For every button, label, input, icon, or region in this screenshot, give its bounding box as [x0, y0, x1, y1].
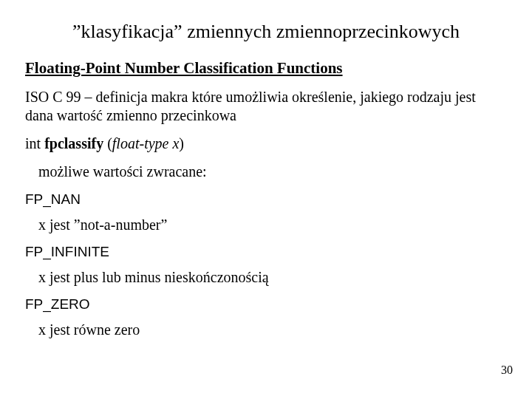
function-signature: int fpclassify (float-type x)	[25, 135, 507, 152]
returns-label: możliwe wartości zwracane:	[38, 163, 507, 181]
paren-open: (	[103, 135, 112, 151]
function-arg: float-type x	[112, 135, 180, 151]
section-subheading: Floating-Point Number Classification Fun…	[25, 59, 507, 78]
page-number: 30	[501, 364, 513, 377]
slide-title: ”klasyfikacja” zmiennych zmiennoprzecink…	[25, 21, 507, 43]
constant-fp-infinite-desc: x jest plus lub minus nieskończonością	[38, 269, 507, 286]
function-name: fpclassify	[44, 135, 103, 151]
constant-fp-infinite: FP_INFINITE	[25, 244, 507, 260]
constant-fp-zero: FP_ZERO	[25, 296, 507, 313]
constant-fp-nan: FP_NAN	[25, 191, 507, 208]
slide: ”klasyfikacja” zmiennych zmiennoprzecink…	[0, 0, 532, 399]
paren-close: )	[179, 135, 184, 151]
intro-paragraph: ISO C 99 – definicja makra które umożliw…	[25, 88, 507, 125]
constant-fp-zero-desc: x jest równe zero	[38, 321, 507, 338]
constant-fp-nan-desc: x jest ”not-a-number”	[38, 216, 507, 233]
return-type: int	[25, 135, 44, 151]
